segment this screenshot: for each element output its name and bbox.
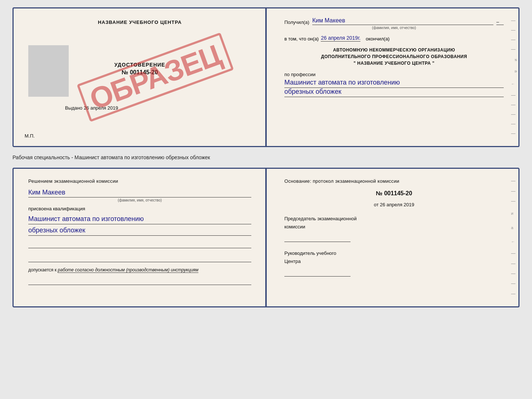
bottom-doc-right: Основание: протокол экзаменационной коми… — [266, 169, 518, 306]
side-text-arrow: ← — [511, 82, 518, 86]
org-line2: ДОПОЛНИТЕЛЬНОГО ПРОФЕССИОНАЛЬНОГО ОБРАЗО… — [284, 53, 504, 60]
edge-line-8 — [511, 124, 515, 124]
b-side-arrow: ← — [511, 239, 518, 244]
in-tom-row: в том, что он(а) 26 апреля 2019г. окончи… — [284, 35, 504, 42]
chairman-label2: комиссии — [284, 224, 504, 230]
b-edge-line-1 — [511, 181, 515, 181]
protocol-number-block: № 001145-20 — [284, 190, 504, 197]
top-document: НАЗВАНИЕ УЧЕБНОГО ЦЕНТРА ОБРАЗЕЦ УДОСТОВ… — [12, 7, 520, 147]
document-caption: Рабочая специальность - Машинист автомат… — [12, 153, 210, 162]
blank-line-1 — [28, 241, 251, 248]
issue-date-value: 26 апреля 2019 — [84, 105, 118, 111]
b-edge-line-2 — [511, 191, 515, 192]
profession-line1: Машинист автомата по изготовлению — [284, 79, 504, 88]
document-container: НАЗВАНИЕ УЧЕБНОГО ЦЕНТРА ОБРАЗЕЦ УДОСТОВ… — [12, 7, 520, 307]
edge-line-1 — [511, 21, 515, 21]
blank-line-2 — [28, 255, 251, 262]
basis-text: Основание: протокол экзаменационной коми… — [284, 178, 504, 185]
blank-line-3 — [28, 278, 251, 285]
issue-date: Выдано 26 апреля 2019 — [65, 105, 118, 111]
photo-area — [28, 45, 69, 97]
b-edge-line-3 — [511, 201, 515, 202]
qual-line1: Машинист автомата по изготовлению — [28, 215, 251, 224]
допускается-block: допускается к работе согласно должностны… — [28, 267, 251, 272]
received-label: Получил(а) — [284, 19, 309, 25]
bottom-doc-left: Решением экзаменационной комиссии Ким Ма… — [14, 169, 266, 306]
chairman-block: Председатель экзаменационной комиссии — [284, 215, 504, 242]
b-edge-line-7 — [511, 284, 515, 284]
head-block: Руководитель учебного Центра — [284, 250, 504, 277]
cert-title: УДОСТОВЕРЕНИЕ — [114, 62, 165, 68]
qual-block: Машинист автомата по изготовлению обрезн… — [28, 215, 251, 236]
b-edge-line-6 — [511, 274, 515, 274]
profession-line2: обрезных обложек — [284, 88, 504, 97]
from-date: 26 апреля 2019 — [380, 202, 414, 207]
org-block: АВТОНОМНУЮ НЕКОММЕРЧЕСКУЮ ОРГАНИЗАЦИЮ ДО… — [284, 47, 504, 67]
top-doc-left: НАЗВАНИЕ УЧЕБНОГО ЦЕНТРА ОБРАЗЕЦ УДОСТОВ… — [14, 8, 266, 146]
edge-line-9 — [511, 133, 515, 134]
in-tom-date: 26 апреля 2019г. — [321, 35, 360, 42]
org-line3: " НАЗВАНИЕ УЧЕБНОГО ЦЕНТРА " — [284, 60, 504, 67]
b-side-а: а — [511, 225, 518, 230]
bottom-document: Решением экзаменационной комиссии Ким Ма… — [12, 168, 520, 307]
protocol-date-block: от 26 апреля 2019 — [284, 202, 504, 207]
qual-line2: обрезных обложек — [28, 227, 251, 236]
protocol-number: № 001145-20 — [284, 190, 504, 197]
org-line1: АВТОНОМНУЮ НЕКОММЕРЧЕСКУЮ ОРГАНИЗАЦИЮ — [284, 47, 504, 53]
bottom-name: Ким Макеев — [28, 189, 251, 197]
chairman-sig-line — [284, 233, 351, 242]
bottom-name-block: Ким Макеев (фамилия, имя, отчество) — [28, 189, 251, 202]
received-name: Ким Макеев — [312, 17, 493, 25]
b-side-и: и — [511, 211, 518, 215]
profession-block: по профессии Машинист автомата по изгото… — [284, 72, 504, 97]
edge-line-6 — [511, 105, 515, 105]
head-label1: Руководитель учебного — [284, 250, 504, 257]
edge-line-5 — [511, 95, 515, 96]
top-doc-right: Получил(а) Ким Макеев – (фамилия, имя, о… — [266, 8, 518, 146]
decision-text: Решением экзаменационной комиссии — [28, 178, 251, 185]
top-left-header: НАЗВАНИЕ УЧЕБНОГО ЦЕНТРА — [98, 19, 181, 25]
from-label: от — [374, 202, 378, 207]
assigned-text: присвоена квалификация — [28, 206, 251, 211]
received-sub: (фамилия, имя, отчество) — [284, 26, 504, 30]
bottom-name-sub: (фамилия, имя, отчество) — [28, 198, 251, 202]
bottom-right-edge-decoration: и а ← — [511, 169, 518, 306]
edge-line-3 — [511, 40, 515, 40]
edge-line-7 — [511, 114, 515, 115]
edge-line-4 — [511, 49, 515, 50]
finished-label: окончил(а) — [366, 36, 389, 42]
chairman-label1: Председатель экзаменационной — [284, 215, 504, 222]
side-text-и: и — [511, 59, 518, 61]
b-edge-line-5 — [511, 264, 515, 264]
допускается-text: работе согласно должностным (производств… — [58, 267, 198, 273]
in-tom-label: в том, что он(а) — [284, 36, 319, 42]
допускается-label: допускается к — [28, 267, 57, 272]
right-edge-decoration: и а ← — [511, 8, 518, 146]
profession-label: по профессии — [284, 72, 504, 77]
b-edge-line-8 — [511, 294, 515, 294]
side-text-а: а — [511, 70, 518, 72]
edge-line-2 — [511, 30, 515, 31]
mp-label: М.П. — [25, 133, 35, 139]
head-sig-line — [284, 268, 351, 277]
head-label2: Центра — [284, 258, 504, 265]
cert-number: № 001145-20 — [122, 69, 158, 76]
received-row: Получил(а) Ким Макеев – (фамилия, имя, о… — [284, 17, 504, 30]
b-edge-line-4 — [511, 253, 515, 254]
issue-date-label: Выдано — [65, 105, 82, 111]
